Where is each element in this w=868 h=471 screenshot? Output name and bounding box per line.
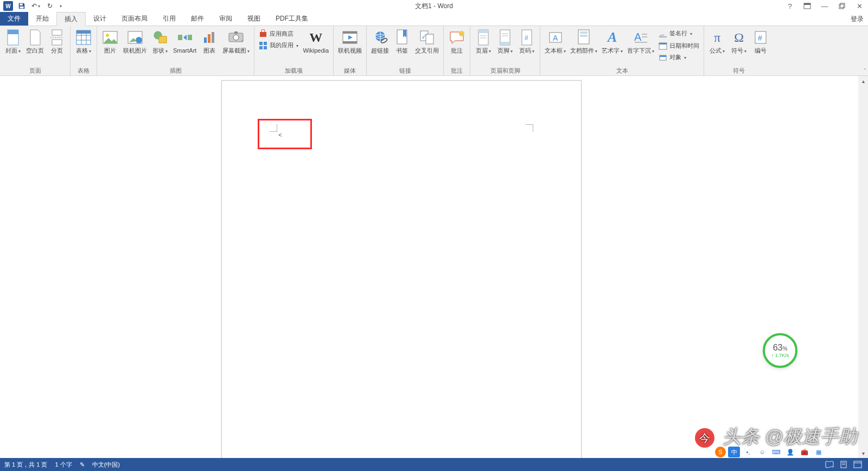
text-box-button[interactable]: A 文本框▾ [542,28,568,56]
header-button[interactable]: 页眉▾ [473,28,494,56]
ime-toolbox-button[interactable]: 🧰 [799,447,810,457]
tab-pdf-tools[interactable]: PDF工具集 [268,12,316,26]
online-pictures-button[interactable]: 联机图片 [121,28,149,55]
app-store-button[interactable]: 应用商店 [257,28,301,40]
my-apps-button[interactable]: 我的应用 ▾ [257,40,301,52]
group-pages: 封面▾ 空白页 分页 页面 [0,26,71,75]
page-break-button[interactable]: 分页 [46,28,68,55]
bookmark-button[interactable]: 书签 [391,28,413,55]
qat-customize-icon[interactable]: ▾ [60,4,62,9]
status-language[interactable]: 中文(中国) [92,461,120,469]
web-layout-button[interactable] [852,460,864,469]
ime-keyboard-button[interactable]: ⌨ [770,447,782,457]
document-text-caret[interactable]: < [278,131,282,139]
shapes-button[interactable]: 形状▾ [149,28,171,56]
svg-rect-32 [259,42,263,45]
svg-rect-9 [52,40,62,45]
redo-button[interactable]: ↻ [44,1,55,11]
svg-text:A: A [634,31,642,43]
new-comment-button[interactable]: 批注 [446,28,468,55]
svg-text:A: A [553,34,558,42]
quick-parts-button[interactable]: 文档部件▾ [568,28,599,56]
title-bar: W ↶▾ ↻ ▾ 文档1 - Word ? — ✕ [0,0,868,12]
svg-point-29 [233,35,239,40]
group-media: 联机视频 媒体 [334,26,367,75]
status-page[interactable]: 第 1 页，共 1 页 [4,461,47,469]
chart-button[interactable]: 图表 [199,28,220,55]
performance-percent: 63% [773,343,788,353]
group-text-label: 文本 [540,67,704,75]
online-video-button[interactable]: 联机视频 [336,28,364,55]
svg-rect-75 [854,461,861,468]
wordart-button[interactable]: A 艺术字▾ [599,28,625,56]
tab-layout[interactable]: 页面布局 [114,12,155,26]
screenshot-button[interactable]: + 屏幕截图▾ [220,28,252,56]
tab-review[interactable]: 审阅 [212,12,240,26]
page-number-button[interactable]: # 页码▾ [516,28,538,56]
status-word-count[interactable]: 1 个字 [55,461,72,469]
number-button[interactable]: # 编号 [750,28,771,55]
footer-button[interactable]: 页脚▾ [494,28,516,56]
document-page[interactable]: < [221,80,582,458]
close-button[interactable]: ✕ [853,1,866,11]
tab-file[interactable]: 文件 [0,12,28,26]
ime-lang-button[interactable]: 中 [728,447,740,457]
tab-references[interactable]: 引用 [155,12,183,26]
document-area[interactable]: < [0,76,858,458]
smartart-button[interactable]: SmartArt [171,28,199,55]
ime-emoji-button[interactable]: ☺ [756,447,768,457]
tab-home[interactable]: 开始 [28,12,56,26]
read-mode-button[interactable] [824,460,835,469]
minimize-button[interactable]: — [818,1,831,11]
group-tables: 表格▾ 表格 [71,26,97,75]
status-proofing-icon[interactable]: ✎ [80,461,85,468]
scrollbar-track[interactable] [858,86,868,448]
scroll-down-button[interactable]: ▾ [858,448,868,458]
svg-rect-8 [52,30,62,35]
symbol-button[interactable]: Ω 符号▾ [728,28,750,56]
svg-text:#: # [758,34,762,42]
wikipedia-button[interactable]: W Wikipedia [301,28,331,55]
performance-widget[interactable]: 63% ↑ 1.7K/s [763,333,797,368]
help-button[interactable]: ? [783,1,796,11]
table-button[interactable]: 表格▾ [73,28,94,56]
hyperlink-button[interactable]: 超链接 [369,28,391,55]
signature-line-button[interactable]: 签名行 ▾ [656,28,701,40]
tab-insert[interactable]: 插入 [56,12,86,26]
blank-page-button[interactable]: 空白页 [24,28,46,55]
svg-rect-3 [804,3,810,5]
undo-button[interactable]: ↶▾ [30,1,41,11]
date-time-button[interactable]: 日期和时间 [656,40,701,52]
ime-sogou-icon[interactable]: S [715,447,726,457]
vertical-scrollbar[interactable]: ▴ ▾ [858,76,868,458]
maximize-button[interactable] [835,1,848,11]
svg-rect-35 [264,46,267,49]
cover-page-button[interactable]: 封面▾ [2,28,24,56]
view-controls [824,460,864,469]
drop-cap-button[interactable]: A 首字下沉▾ [625,28,656,56]
svg-rect-67 [659,43,667,44]
svg-rect-23 [178,35,182,40]
svg-point-20 [136,37,142,43]
tab-view[interactable]: 视图 [240,12,268,26]
cross-reference-button[interactable]: 交叉引用 [413,28,441,55]
ime-user-button[interactable]: 👤 [784,447,796,457]
ime-grid-button[interactable]: ▦ [813,447,825,457]
tab-mailings[interactable]: 邮件 [183,12,212,26]
object-button[interactable]: 对象 ▾ [656,52,701,63]
group-illustrations-label: 插图 [97,67,254,75]
collapse-ribbon-button[interactable]: ˆ [864,68,866,74]
quick-access-toolbar: W ↶▾ ↻ ▾ [0,1,62,11]
ime-punct-button[interactable]: •, [742,447,754,457]
sign-in-link[interactable]: 登录 [851,12,864,26]
tab-design[interactable]: 设计 [86,12,114,26]
scroll-up-button[interactable]: ▴ [858,76,868,86]
group-header-footer: 页眉▾ 页脚▾ # 页码▾ 页眉和页脚 [470,26,540,75]
save-button[interactable] [16,1,27,11]
print-layout-button[interactable] [838,460,850,469]
ribbon-display-options-button[interactable] [801,1,814,11]
equation-button[interactable]: π 公式▾ [706,28,728,56]
svg-rect-33 [264,42,267,45]
group-tables-label: 表格 [71,67,97,75]
pictures-button[interactable]: 图片 [99,28,121,55]
